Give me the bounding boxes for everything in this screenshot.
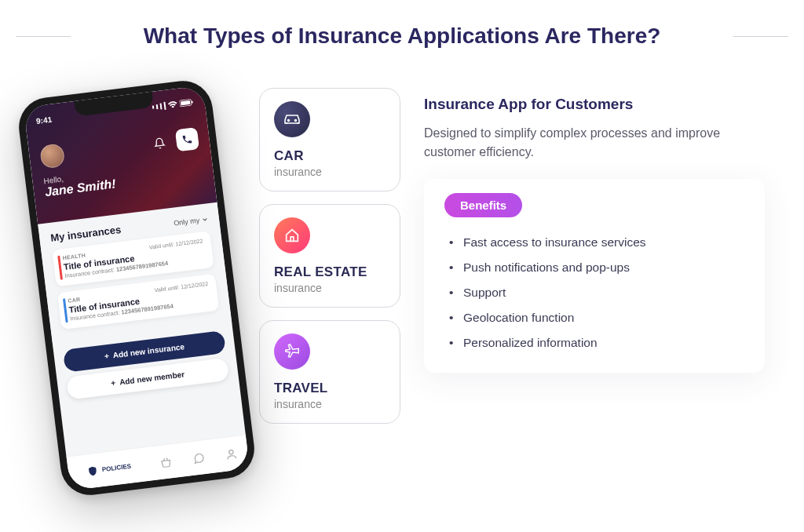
svg-point-5 <box>295 120 297 122</box>
tab-chat[interactable] <box>192 451 206 465</box>
svg-point-3 <box>228 450 233 454</box>
divider-right <box>733 36 788 37</box>
info-panel: Insurance App for Customers Designed to … <box>416 80 773 373</box>
filter-dropdown[interactable]: Only my <box>174 215 209 227</box>
avatar[interactable] <box>39 143 65 169</box>
shield-icon <box>86 464 100 478</box>
basket-icon <box>159 455 173 469</box>
list-item: Push notifications and pop-ups <box>449 255 744 280</box>
category-car[interactable]: CAR insurance <box>259 88 400 191</box>
category-column: CAR insurance REAL ESTATE insurance TRAV… <box>259 88 400 424</box>
home-icon <box>274 217 310 253</box>
filter-label: Only my <box>174 216 200 227</box>
user-icon <box>225 446 239 461</box>
info-description: Designed to simplify complex processes a… <box>424 124 765 162</box>
category-travel[interactable]: TRAVEL insurance <box>259 320 400 424</box>
tab-basket[interactable] <box>159 455 173 469</box>
button-label: Add new insurance <box>112 342 185 359</box>
chevron-down-icon <box>201 216 208 223</box>
button-label: Add new member <box>119 370 185 386</box>
plus-icon: + <box>104 352 109 361</box>
plane-icon <box>274 333 310 370</box>
tab-profile[interactable] <box>225 446 239 461</box>
tab-bar: POLICIES <box>66 434 250 490</box>
tab-policies[interactable]: POLICIES <box>78 455 141 483</box>
divider-left <box>16 36 71 37</box>
page-header: What Types of Insurance Applications Are… <box>0 0 804 49</box>
svg-rect-2 <box>192 101 193 104</box>
card-tag: CAR <box>68 297 81 304</box>
phone-icon[interactable] <box>175 127 199 151</box>
svg-point-4 <box>288 120 290 122</box>
category-sub: insurance <box>274 398 386 410</box>
bell-icon[interactable] <box>147 131 171 155</box>
phone-mockup: 9:41 <box>31 80 243 504</box>
plus-icon: + <box>111 378 116 388</box>
benefits-card: Benefits Fast access to insurance servic… <box>424 179 765 373</box>
list-item: Fast access to insurance services <box>449 230 744 255</box>
status-time: 9:41 <box>35 115 52 126</box>
list-item: Geolocation function <box>449 305 744 330</box>
status-indicators <box>152 97 194 111</box>
chat-icon <box>192 451 206 465</box>
benefits-list: Fast access to insurance services Push n… <box>444 230 744 355</box>
tab-label: POLICIES <box>101 463 131 473</box>
category-title: CAR <box>274 148 386 164</box>
category-real-estate[interactable]: REAL ESTATE insurance <box>259 204 400 308</box>
section-title: My insurances <box>50 224 122 244</box>
list-item: Personalized information <box>449 330 744 355</box>
category-title: REAL ESTATE <box>274 264 386 280</box>
info-title: Insurance App for Customers <box>424 96 765 113</box>
category-sub: insurance <box>274 282 386 294</box>
category-sub: insurance <box>274 166 386 178</box>
svg-rect-1 <box>181 100 191 105</box>
list-item: Support <box>449 280 744 305</box>
benefits-badge: Benefits <box>444 193 522 217</box>
category-title: TRAVEL <box>274 381 386 396</box>
car-icon <box>274 101 310 137</box>
page-title: What Types of Insurance Applications Are… <box>86 24 718 49</box>
